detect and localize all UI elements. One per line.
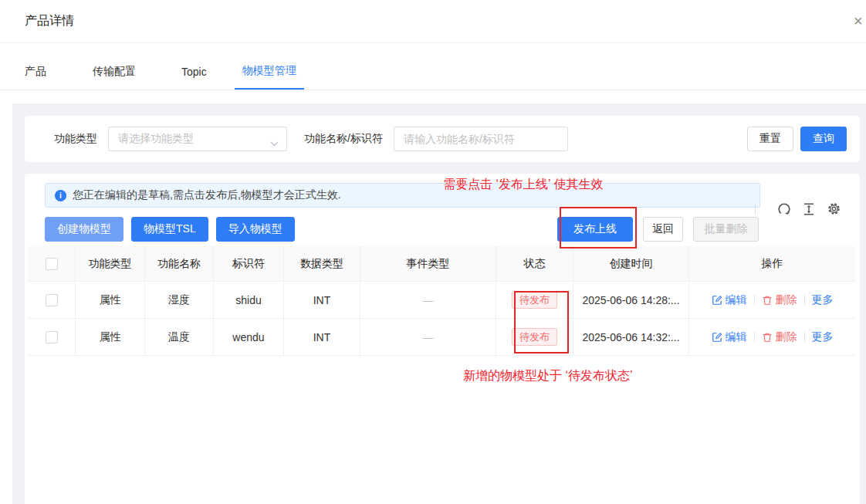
toolbar: 创建物模型 物模型TSL 导入物模型 发布上线 返回 批量删除 — [45, 217, 759, 242]
row-created-time: 2025-06-06 14:28:... — [573, 282, 689, 318]
query-button[interactable]: 查询 — [800, 127, 847, 151]
draft-alert: i 您正在编辑的是草稿,需点击发布后,物模型才会正式生效. — [45, 183, 760, 208]
status-badge: 待发布 — [512, 291, 557, 309]
close-icon[interactable]: × — [854, 12, 866, 30]
row-event-type: — — [360, 282, 496, 318]
info-icon: i — [55, 190, 66, 201]
op-divider — [754, 295, 755, 305]
content-area: 功能类型 请选择功能类型 功能名称/标识符 重置 查询 i 您正在编辑的是草稿,… — [12, 103, 866, 504]
reload-icon[interactable] — [777, 202, 791, 216]
op-divider — [804, 332, 805, 342]
row-checkbox[interactable] — [46, 294, 58, 306]
delete-button[interactable]: 删除 — [762, 293, 797, 307]
import-thing-model-button[interactable]: 导入物模型 — [216, 217, 295, 242]
tab-product[interactable]: 产品 — [25, 43, 46, 90]
function-type-select[interactable]: 请选择功能类型 — [108, 127, 287, 151]
col-identifier: 标识符 — [214, 246, 284, 281]
row-checkbox[interactable] — [46, 331, 58, 343]
row-data-type: INT — [284, 319, 360, 355]
thing-model-table: 功能类型 功能名称 标识符 数据类型 事件类型 状态 创建时间 操作 属性 湿度… — [28, 246, 855, 356]
row-identifier: wendu — [214, 319, 284, 355]
row-event-type: — — [360, 319, 496, 355]
product-detail-modal: 产品详情 × 产品 传输配置 Topic 物模型管理 功能类型 请选择功能类型 … — [0, 0, 866, 504]
row-function-name: 湿度 — [145, 282, 214, 318]
settings-icon[interactable] — [827, 201, 841, 216]
tab-topic[interactable]: Topic — [181, 43, 207, 90]
tab-thing-model[interactable]: 物模型管理 — [235, 43, 304, 90]
status-badge: 待发布 — [512, 328, 557, 346]
back-button[interactable]: 返回 — [643, 217, 683, 242]
col-operation: 操作 — [689, 246, 855, 281]
column-height-icon[interactable] — [802, 202, 816, 216]
select-all-checkbox[interactable] — [46, 258, 58, 270]
batch-delete-button[interactable]: 批量删除 — [693, 217, 759, 242]
reset-button[interactable]: 重置 — [747, 127, 793, 151]
col-function-type: 功能类型 — [76, 246, 145, 281]
draft-alert-text: 您正在编辑的是草稿,需点击发布后,物模型才会正式生效. — [73, 188, 341, 202]
function-type-label: 功能类型 — [54, 132, 97, 146]
create-thing-model-button[interactable]: 创建物模型 — [45, 217, 123, 242]
tab-transport-config[interactable]: 传输配置 — [93, 43, 136, 90]
edit-button[interactable]: 编辑 — [712, 293, 747, 307]
function-name-label: 功能名称/标识符 — [304, 132, 383, 146]
page-title: 产品详情 — [25, 13, 74, 29]
table-header-row: 功能类型 功能名称 标识符 数据类型 事件类型 状态 创建时间 操作 — [28, 246, 855, 282]
row-data-type: INT — [284, 282, 360, 318]
function-name-input[interactable] — [394, 127, 568, 151]
thing-model-tsl-button[interactable]: 物模型TSL — [131, 217, 208, 242]
table-tool-icons — [755, 201, 841, 216]
table-row: 属性 湿度 shidu INT — 待发布 2025-06-06 14:28:.… — [28, 282, 855, 319]
delete-button[interactable]: 删除 — [762, 330, 797, 344]
row-identifier: shidu — [214, 282, 284, 318]
op-divider — [754, 332, 755, 342]
tab-bar: 产品 传输配置 Topic 物模型管理 — [0, 43, 866, 90]
thing-model-card: i 您正在编辑的是草稿,需点击发布后,物模型才会正式生效. 需要点击 ‘发布上线… — [25, 174, 860, 504]
col-data-type: 数据类型 — [284, 246, 360, 281]
more-button[interactable]: 更多 — [812, 330, 834, 344]
status-annotation-text: 新增的物模型处于 ‘待发布状态’ — [463, 368, 633, 384]
col-event-type: 事件类型 — [360, 246, 496, 281]
col-function-name: 功能名称 — [145, 246, 214, 281]
publish-online-button[interactable]: 发布上线 — [557, 217, 633, 242]
modal-header: 产品详情 — [0, 0, 866, 43]
row-created-time: 2025-06-06 14:32:... — [573, 319, 689, 355]
row-function-type: 属性 — [76, 319, 145, 355]
function-type-placeholder: 请选择功能类型 — [118, 132, 194, 146]
more-button[interactable]: 更多 — [812, 293, 834, 307]
col-status: 状态 — [496, 246, 573, 281]
op-divider — [804, 295, 805, 305]
filter-card: 功能类型 请选择功能类型 功能名称/标识符 重置 查询 — [25, 116, 860, 162]
chevron-down-icon — [270, 137, 279, 149]
publish-annotation-text: 需要点击 ‘发布上线’ 使其生效 — [443, 177, 603, 193]
table-row: 属性 温度 wendu INT — 待发布 2025-06-06 14:32:.… — [28, 319, 855, 356]
row-function-type: 属性 — [76, 282, 145, 318]
row-function-name: 温度 — [145, 319, 214, 355]
edit-button[interactable]: 编辑 — [712, 330, 747, 344]
col-created-time: 创建时间 — [573, 246, 689, 281]
tool-divider — [755, 204, 756, 215]
